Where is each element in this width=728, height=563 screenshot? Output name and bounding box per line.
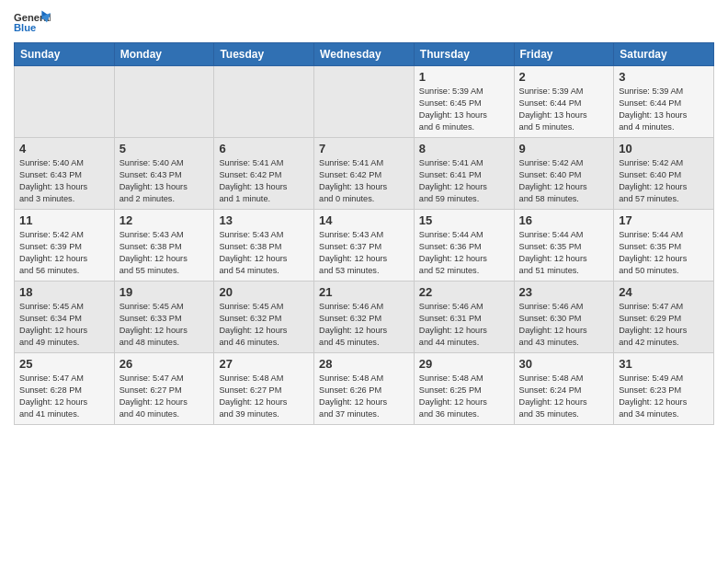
calendar-cell: 25Sunrise: 5:47 AMSunset: 6:28 PMDayligh… — [15, 353, 115, 425]
calendar-cell: 9Sunrise: 5:42 AMSunset: 6:40 PMDaylight… — [514, 138, 614, 210]
calendar-cell: 5Sunrise: 5:40 AMSunset: 6:43 PMDaylight… — [114, 138, 214, 210]
day-number: 17 — [619, 213, 709, 227]
svg-text:Blue: Blue — [14, 22, 36, 33]
day-info: Sunrise: 5:42 AMSunset: 6:40 PMDaylight:… — [519, 157, 609, 205]
day-info: Sunrise: 5:47 AMSunset: 6:28 PMDaylight:… — [19, 373, 109, 420]
day-info: Sunrise: 5:41 AMSunset: 6:42 PMDaylight:… — [319, 157, 409, 205]
calendar-cell: 27Sunrise: 5:48 AMSunset: 6:27 PMDayligh… — [214, 353, 314, 425]
week-row-5: 25Sunrise: 5:47 AMSunset: 6:28 PMDayligh… — [15, 353, 714, 425]
week-row-3: 11Sunrise: 5:42 AMSunset: 6:39 PMDayligh… — [15, 210, 714, 282]
day-info: Sunrise: 5:48 AMSunset: 6:27 PMDaylight:… — [219, 373, 309, 420]
calendar-cell: 28Sunrise: 5:48 AMSunset: 6:26 PMDayligh… — [314, 353, 415, 425]
header-day-sunday: Sunday — [15, 43, 115, 66]
day-number: 30 — [519, 357, 609, 371]
day-info: Sunrise: 5:46 AMSunset: 6:31 PMDaylight:… — [419, 301, 509, 349]
day-number: 26 — [119, 357, 210, 371]
header-day-tuesday: Tuesday — [214, 43, 314, 66]
day-number: 13 — [219, 213, 309, 227]
day-info: Sunrise: 5:49 AMSunset: 6:23 PMDaylight:… — [619, 373, 709, 420]
calendar-cell: 23Sunrise: 5:46 AMSunset: 6:30 PMDayligh… — [514, 282, 614, 353]
day-number: 10 — [619, 142, 709, 155]
day-number: 29 — [419, 357, 509, 371]
day-number: 11 — [19, 213, 109, 227]
calendar-cell: 31Sunrise: 5:49 AMSunset: 6:23 PMDayligh… — [614, 353, 714, 425]
day-info: Sunrise: 5:48 AMSunset: 6:26 PMDaylight:… — [319, 373, 409, 420]
day-info: Sunrise: 5:39 AMSunset: 6:45 PMDaylight:… — [419, 86, 509, 133]
day-number: 20 — [219, 285, 309, 299]
calendar-cell: 19Sunrise: 5:45 AMSunset: 6:33 PMDayligh… — [114, 282, 214, 353]
day-info: Sunrise: 5:45 AMSunset: 6:33 PMDaylight:… — [119, 301, 210, 349]
day-number: 21 — [319, 285, 409, 299]
calendar-cell — [214, 66, 314, 138]
calendar-cell: 20Sunrise: 5:45 AMSunset: 6:32 PMDayligh… — [214, 282, 314, 353]
header-day-saturday: Saturday — [614, 43, 714, 66]
week-row-4: 18Sunrise: 5:45 AMSunset: 6:34 PMDayligh… — [15, 282, 714, 353]
page-container: General Blue SundayMondayTuesdayWednesda… — [0, 0, 728, 434]
day-number: 2 — [519, 70, 609, 84]
day-number: 22 — [419, 285, 509, 299]
header-day-thursday: Thursday — [414, 43, 514, 66]
day-number: 4 — [19, 142, 109, 155]
week-row-1: 1Sunrise: 5:39 AMSunset: 6:45 PMDaylight… — [15, 66, 714, 138]
calendar-cell — [314, 66, 415, 138]
header-day-monday: Monday — [114, 43, 214, 66]
page-header: General Blue — [14, 9, 714, 35]
day-info: Sunrise: 5:40 AMSunset: 6:43 PMDaylight:… — [19, 157, 109, 205]
day-info: Sunrise: 5:48 AMSunset: 6:24 PMDaylight:… — [519, 373, 609, 420]
calendar-cell: 22Sunrise: 5:46 AMSunset: 6:31 PMDayligh… — [414, 282, 514, 353]
day-number: 6 — [219, 142, 309, 155]
week-row-2: 4Sunrise: 5:40 AMSunset: 6:43 PMDaylight… — [15, 138, 714, 210]
day-info: Sunrise: 5:44 AMSunset: 6:35 PMDaylight:… — [619, 229, 709, 277]
calendar-cell: 7Sunrise: 5:41 AMSunset: 6:42 PMDaylight… — [314, 138, 415, 210]
calendar-cell: 21Sunrise: 5:46 AMSunset: 6:32 PMDayligh… — [314, 282, 415, 353]
day-info: Sunrise: 5:40 AMSunset: 6:43 PMDaylight:… — [119, 157, 210, 205]
day-info: Sunrise: 5:42 AMSunset: 6:39 PMDaylight:… — [19, 229, 109, 277]
day-number: 25 — [19, 357, 109, 371]
calendar-cell: 6Sunrise: 5:41 AMSunset: 6:42 PMDaylight… — [214, 138, 314, 210]
header-row: SundayMondayTuesdayWednesdayThursdayFrid… — [15, 43, 714, 66]
calendar-cell: 10Sunrise: 5:42 AMSunset: 6:40 PMDayligh… — [614, 138, 714, 210]
calendar-cell: 14Sunrise: 5:43 AMSunset: 6:37 PMDayligh… — [314, 210, 415, 282]
day-info: Sunrise: 5:47 AMSunset: 6:29 PMDaylight:… — [619, 301, 709, 349]
day-number: 15 — [419, 213, 509, 227]
calendar-cell: 16Sunrise: 5:44 AMSunset: 6:35 PMDayligh… — [514, 210, 614, 282]
logo-icon: General Blue — [14, 9, 51, 35]
day-number: 24 — [619, 285, 709, 299]
day-info: Sunrise: 5:47 AMSunset: 6:27 PMDaylight:… — [119, 373, 210, 420]
day-number: 8 — [419, 142, 509, 155]
calendar-cell — [15, 66, 115, 138]
day-number: 12 — [119, 213, 210, 227]
day-number: 1 — [419, 70, 509, 84]
day-info: Sunrise: 5:44 AMSunset: 6:36 PMDaylight:… — [419, 229, 509, 277]
day-info: Sunrise: 5:39 AMSunset: 6:44 PMDaylight:… — [619, 86, 709, 133]
calendar-cell: 12Sunrise: 5:43 AMSunset: 6:38 PMDayligh… — [114, 210, 214, 282]
day-number: 18 — [19, 285, 109, 299]
day-info: Sunrise: 5:43 AMSunset: 6:37 PMDaylight:… — [319, 229, 409, 277]
header-day-friday: Friday — [514, 43, 614, 66]
day-info: Sunrise: 5:39 AMSunset: 6:44 PMDaylight:… — [519, 86, 609, 133]
day-number: 5 — [119, 142, 210, 155]
calendar-table: SundayMondayTuesdayWednesdayThursdayFrid… — [14, 42, 714, 425]
day-info: Sunrise: 5:41 AMSunset: 6:41 PMDaylight:… — [419, 157, 509, 205]
day-number: 28 — [319, 357, 409, 371]
day-number: 9 — [519, 142, 609, 155]
calendar-cell: 29Sunrise: 5:48 AMSunset: 6:25 PMDayligh… — [414, 353, 514, 425]
day-number: 27 — [219, 357, 309, 371]
calendar-cell: 11Sunrise: 5:42 AMSunset: 6:39 PMDayligh… — [15, 210, 115, 282]
calendar-cell: 18Sunrise: 5:45 AMSunset: 6:34 PMDayligh… — [15, 282, 115, 353]
calendar-cell: 4Sunrise: 5:40 AMSunset: 6:43 PMDaylight… — [15, 138, 115, 210]
day-number: 3 — [619, 70, 709, 84]
day-info: Sunrise: 5:41 AMSunset: 6:42 PMDaylight:… — [219, 157, 309, 205]
day-number: 7 — [319, 142, 409, 155]
calendar-cell: 13Sunrise: 5:43 AMSunset: 6:38 PMDayligh… — [214, 210, 314, 282]
day-number: 19 — [119, 285, 210, 299]
day-number: 23 — [519, 285, 609, 299]
day-info: Sunrise: 5:44 AMSunset: 6:35 PMDaylight:… — [519, 229, 609, 277]
calendar-cell: 2Sunrise: 5:39 AMSunset: 6:44 PMDaylight… — [514, 66, 614, 138]
day-info: Sunrise: 5:46 AMSunset: 6:32 PMDaylight:… — [319, 301, 409, 349]
day-info: Sunrise: 5:43 AMSunset: 6:38 PMDaylight:… — [219, 229, 309, 277]
day-info: Sunrise: 5:48 AMSunset: 6:25 PMDaylight:… — [419, 373, 509, 420]
logo: General Blue — [14, 9, 51, 35]
calendar-cell — [114, 66, 214, 138]
day-info: Sunrise: 5:45 AMSunset: 6:34 PMDaylight:… — [19, 301, 109, 349]
